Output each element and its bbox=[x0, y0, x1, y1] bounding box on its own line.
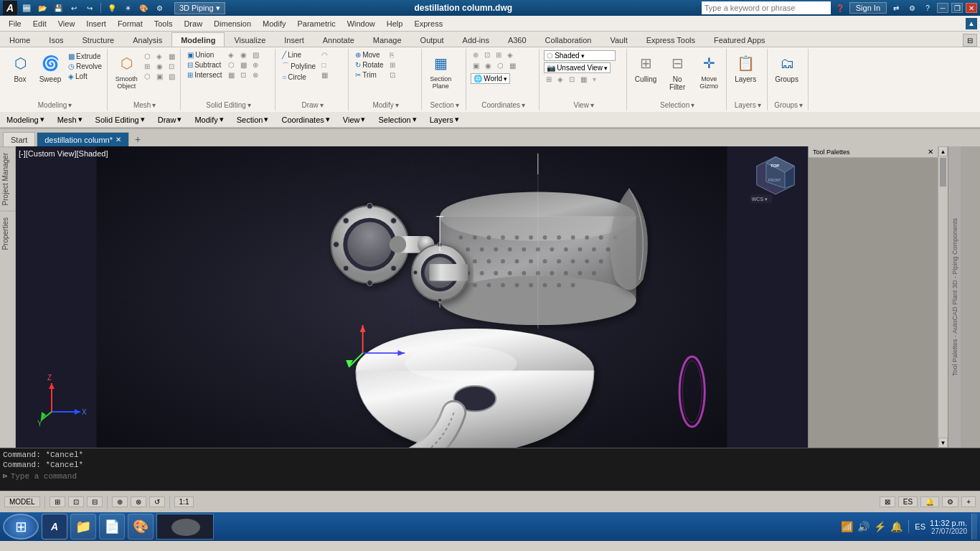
new-tab-btn[interactable]: + bbox=[131, 132, 145, 146]
menu-edit[interactable]: Edit bbox=[27, 18, 52, 29]
rect-btn[interactable]: □ bbox=[319, 60, 330, 70]
layers-group-label[interactable]: Layers ▾ bbox=[731, 101, 764, 109]
menu-file[interactable]: File bbox=[3, 18, 27, 29]
view-group-label[interactable]: View ▾ bbox=[544, 101, 623, 109]
culling-btn[interactable]: ⊞ Culling bbox=[631, 50, 660, 85]
grid-display-btn[interactable]: ⊞ bbox=[50, 496, 65, 507]
settings2-btn[interactable]: ⚙ bbox=[942, 496, 958, 507]
zoom-in-btn[interactable]: ⊕ bbox=[112, 496, 128, 507]
infer-btn[interactable]: ⊟ bbox=[87, 496, 103, 507]
no-filter-btn[interactable]: ⊟ No Filter bbox=[661, 50, 693, 93]
coord-btn-3[interactable]: ⊞ bbox=[494, 50, 504, 60]
coord-btn-8[interactable]: ▦ bbox=[507, 61, 518, 70]
arc-btn[interactable]: ◠ bbox=[319, 50, 330, 60]
copy-btn[interactable]: ⎘ bbox=[387, 50, 397, 60]
mesh-btn-8[interactable]: ⊡ bbox=[166, 62, 177, 71]
restore-btn[interactable]: ❒ bbox=[951, 3, 963, 13]
taskbar-folder-app[interactable]: 📁 bbox=[70, 514, 96, 540]
menu-dimension[interactable]: Dimension bbox=[208, 18, 257, 29]
solid-btn-12[interactable]: ⊗ bbox=[250, 70, 261, 80]
solid-btn-8[interactable]: ▩ bbox=[238, 60, 249, 70]
section-solid-editing[interactable]: Solid Editing ▾ bbox=[92, 113, 149, 126]
taskbar-autocad-app[interactable]: A bbox=[42, 514, 67, 540]
search-input[interactable] bbox=[702, 1, 831, 14]
selection-group-label[interactable]: Selection ▾ bbox=[631, 101, 723, 109]
scroll-up-btn[interactable]: ▲ bbox=[938, 146, 948, 156]
mesh-btn-4[interactable]: ◈ bbox=[154, 52, 165, 61]
project-manager-handle[interactable]: Project Manager bbox=[0, 146, 15, 211]
menu-insert[interactable]: Insert bbox=[80, 18, 112, 29]
ribbon-toggle[interactable]: ▲ bbox=[966, 18, 977, 29]
notification-icon[interactable]: 🔔 bbox=[890, 521, 903, 532]
command-input[interactable] bbox=[11, 472, 977, 481]
section-selection[interactable]: Selection ▾ bbox=[374, 113, 420, 126]
section-layers[interactable]: Layers ▾ bbox=[426, 113, 463, 126]
help-icon[interactable]: ❓ bbox=[834, 1, 847, 14]
view-btn-1[interactable]: ⊞ bbox=[544, 75, 554, 84]
tab-isos[interactable]: Isos bbox=[39, 32, 72, 47]
coord-btn-1[interactable]: ⊕ bbox=[471, 50, 481, 60]
smooth-object-btn[interactable]: ⬡ SmoothObject bbox=[112, 50, 141, 91]
solid-btn-1[interactable]: ▣ Union bbox=[185, 50, 224, 60]
hatch-btn[interactable]: ▦ bbox=[319, 70, 330, 80]
tab-annotate[interactable]: Annotate bbox=[314, 32, 364, 47]
view-btn-2[interactable]: ◈ bbox=[555, 75, 565, 84]
new-file-btn[interactable]: 🆕 bbox=[20, 1, 33, 14]
groups-btn[interactable]: 🗂 Groups bbox=[772, 50, 801, 85]
right-scrollbar[interactable]: ▲ ▼ bbox=[938, 146, 948, 448]
section-section[interactable]: Section ▾ bbox=[233, 113, 273, 126]
mirror-btn[interactable]: ⊡ bbox=[387, 70, 397, 80]
save-btn[interactable]: 💾 bbox=[52, 1, 65, 14]
tab-start[interactable]: Start bbox=[3, 132, 35, 146]
solid-btn-6[interactable]: ▦ bbox=[226, 70, 237, 80]
section-draw[interactable]: Draw ▾ bbox=[154, 113, 186, 126]
move-btn[interactable]: ⊕ Move bbox=[353, 50, 385, 60]
mesh-btn-3[interactable]: ⬡ bbox=[142, 72, 153, 81]
section-modeling[interactable]: Modeling ▾ bbox=[3, 113, 48, 126]
section-modify[interactable]: Modify ▾ bbox=[191, 113, 227, 126]
taskbar-color-app[interactable]: 🎨 bbox=[128, 514, 154, 540]
mesh-btn-1[interactable]: ⬡ bbox=[142, 52, 153, 61]
mesh-btn-6[interactable]: ▣ bbox=[154, 72, 165, 81]
lang-btn[interactable]: ES bbox=[898, 496, 918, 507]
tab-manage[interactable]: Manage bbox=[364, 32, 411, 47]
mesh-btn-7[interactable]: ▦ bbox=[166, 52, 177, 61]
trim-btn[interactable]: ✂ Trim bbox=[353, 70, 385, 80]
move-gizmo-btn[interactable]: ✛ MoveGizmo bbox=[694, 50, 723, 91]
scale-btn[interactable]: ⊞ bbox=[387, 60, 397, 70]
tab-visualize[interactable]: Visualize bbox=[225, 32, 275, 47]
tab-drawing[interactable]: destillation column* ✕ bbox=[37, 132, 129, 146]
menu-parametric[interactable]: Parametric bbox=[291, 18, 341, 29]
snap-mode-btn[interactable]: ⊡ bbox=[68, 496, 84, 507]
tab-express-tools[interactable]: Express Tools bbox=[637, 32, 705, 47]
tab-collaboration[interactable]: Collaboration bbox=[536, 32, 601, 47]
minimize-btn[interactable]: ─ bbox=[937, 3, 948, 13]
palette-btn[interactable]: 🎨 bbox=[137, 1, 150, 14]
section-coordinates[interactable]: Coordinates ▾ bbox=[278, 113, 333, 126]
navigation-cube[interactable]: TOP FRONT WCS WCS ▾ bbox=[750, 154, 801, 204]
unsaved-view-dropdown[interactable]: 📷 Unsaved View ▾ bbox=[544, 62, 611, 73]
scroll-thumb[interactable] bbox=[940, 158, 946, 187]
solid-btn-11[interactable]: ⊕ bbox=[250, 60, 261, 70]
coord-btn-7[interactable]: ⬡ bbox=[495, 61, 506, 70]
menu-format[interactable]: Format bbox=[112, 18, 149, 29]
tab-a360[interactable]: A360 bbox=[499, 32, 536, 47]
layers-btn[interactable]: 📋 Layers bbox=[731, 50, 760, 85]
units-btn[interactable]: ↺ bbox=[149, 496, 165, 507]
coord-btn-6[interactable]: ◉ bbox=[483, 61, 494, 70]
solid-btn-7[interactable]: ◉ bbox=[238, 50, 249, 60]
taskbar-pdf-app[interactable]: 📄 bbox=[99, 514, 125, 540]
tab-home[interactable]: Home bbox=[0, 32, 39, 47]
section-group-label[interactable]: Section ▾ bbox=[426, 101, 463, 109]
exchange-icon[interactable]: ⇄ bbox=[890, 1, 903, 14]
battery-icon[interactable]: ⚡ bbox=[874, 521, 886, 532]
minimize-ribbon-btn[interactable]: ▲ bbox=[966, 18, 977, 29]
tab-featured-apps[interactable]: Featured Apps bbox=[705, 32, 775, 47]
notify-btn[interactable]: 🔔 bbox=[920, 496, 939, 507]
help2-icon[interactable]: ? bbox=[921, 1, 934, 14]
coord-btn-2[interactable]: ⊡ bbox=[482, 50, 492, 60]
volume-icon[interactable]: 🔊 bbox=[857, 521, 870, 532]
mesh-btn-5[interactable]: ◉ bbox=[154, 62, 165, 71]
settings-icon[interactable]: ⚙ bbox=[905, 1, 918, 14]
coordinates-group-label[interactable]: Coordinates ▾ bbox=[471, 101, 536, 109]
